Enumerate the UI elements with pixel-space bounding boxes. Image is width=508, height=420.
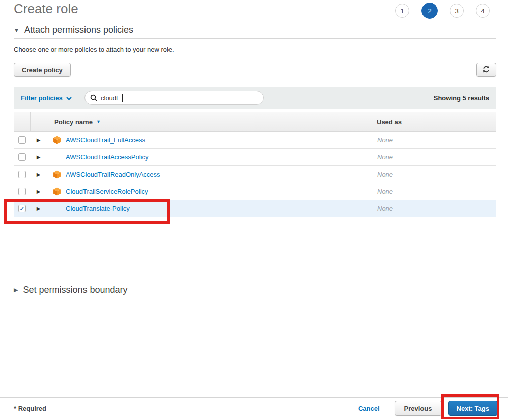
policy-table: Policy name ▼ Used as ▶ AWSCloudTrail_Fu… xyxy=(14,112,496,217)
expand-row-arrow[interactable]: ▶ xyxy=(30,137,47,143)
checkbox-cell xyxy=(14,188,30,195)
row-checkbox[interactable] xyxy=(18,153,26,161)
policy-name-header-label: Policy name xyxy=(54,118,93,126)
used-as-cell: None xyxy=(373,171,496,178)
section-description: Choose one or more policies to attach to… xyxy=(14,46,174,53)
wizard-step-4[interactable]: 4 xyxy=(476,4,490,18)
row-checkbox[interactable] xyxy=(18,188,26,195)
policy-name-link[interactable]: AWSCloudTrail_FullAccess xyxy=(66,136,145,144)
table-row[interactable]: ▶ AWSCloudTrail_FullAccess None xyxy=(14,132,496,149)
expand-row-arrow[interactable]: ▶ xyxy=(30,206,47,211)
wizard-step-3[interactable]: 3 xyxy=(450,4,464,18)
policy-name-link[interactable]: AWSCloudTrailReadOnlyAccess xyxy=(66,171,160,178)
policy-name-cell: AWSCloudTrailAccessPolicy xyxy=(47,153,373,161)
search-box xyxy=(84,91,264,105)
next-tags-button[interactable]: Next: Tags xyxy=(448,401,498,416)
results-count: Showing 5 results xyxy=(434,94,489,102)
used-as-cell: None xyxy=(373,205,496,212)
used-as-header-label: Used as xyxy=(377,118,402,126)
section-title: Attach permissions policies xyxy=(24,25,133,35)
cancel-link[interactable]: Cancel xyxy=(358,405,380,412)
wizard-step-2[interactable]: 2 xyxy=(421,3,438,19)
checkmark-icon: ✓ xyxy=(19,206,24,212)
header-expander-column xyxy=(31,112,47,131)
required-note: * Required xyxy=(14,405,46,412)
wizard-steps: 1234 xyxy=(395,3,490,19)
used-as-cell: None xyxy=(373,188,496,195)
table-row[interactable]: ▶ AWSCloudTrailAccessPolicy None xyxy=(14,149,496,166)
policy-name-link[interactable]: CloudTrailServiceRolePolicy xyxy=(66,188,148,195)
section-attach-permissions[interactable]: ▼ Attach permissions policies xyxy=(14,25,133,35)
filter-bar: Filter policies Showing 5 results xyxy=(14,87,496,109)
expand-row-arrow[interactable]: ▶ xyxy=(30,189,47,194)
header-checkbox-column xyxy=(14,112,31,131)
policy-name-cell: AWSCloudTrailReadOnlyAccess xyxy=(47,170,373,179)
table-row[interactable]: ✓ ▶ CloudTranslate-Policy None xyxy=(14,200,496,217)
create-policy-button[interactable]: Create policy xyxy=(14,63,71,77)
checkbox-cell xyxy=(14,136,30,144)
sort-descending-icon: ▼ xyxy=(96,119,101,124)
column-policy-name[interactable]: Policy name ▼ xyxy=(47,112,372,131)
aws-managed-policy-icon xyxy=(53,170,61,179)
table-row[interactable]: ▶ AWSCloudTrailReadOnlyAccess None xyxy=(14,166,496,183)
page-title: Create role xyxy=(14,1,78,17)
wizard-step-1[interactable]: 1 xyxy=(395,4,409,18)
checkbox-cell: ✓ xyxy=(14,205,30,212)
filter-policies-dropdown[interactable]: Filter policies xyxy=(21,94,72,102)
checkbox-cell xyxy=(14,171,30,178)
divider xyxy=(14,298,496,298)
policy-name-cell: AWSCloudTrail_FullAccess xyxy=(47,136,373,144)
policy-name-cell: CloudTranslate-Policy xyxy=(47,204,373,213)
previous-button[interactable]: Previous xyxy=(395,401,442,416)
chevron-down-icon xyxy=(66,94,72,102)
table-row[interactable]: ▶ CloudTrailServiceRolePolicy None xyxy=(14,183,496,200)
used-as-cell: None xyxy=(373,136,496,144)
row-checkbox[interactable] xyxy=(18,136,26,144)
checkbox-cell xyxy=(14,153,30,161)
policy-name-cell: CloudTrailServiceRolePolicy xyxy=(47,187,373,196)
policy-name-link[interactable]: AWSCloudTrailAccessPolicy xyxy=(66,153,148,161)
refresh-button[interactable] xyxy=(476,63,496,77)
policy-name-link[interactable]: CloudTranslate-Policy xyxy=(66,205,130,212)
refresh-icon xyxy=(482,65,490,75)
filter-policies-label: Filter policies xyxy=(21,94,63,102)
divider xyxy=(14,38,496,39)
row-checkbox[interactable] xyxy=(18,171,26,178)
expand-row-arrow[interactable]: ▶ xyxy=(30,154,47,160)
aws-managed-policy-icon xyxy=(53,187,61,196)
table-body: ▶ AWSCloudTrail_FullAccess None ▶ xyxy=(14,132,496,217)
column-used-as: Used as xyxy=(372,112,496,131)
expand-row-arrow[interactable]: ▶ xyxy=(30,172,47,177)
section-title: Set permissions boundary xyxy=(23,285,127,295)
used-as-cell: None xyxy=(373,153,496,161)
search-input[interactable] xyxy=(101,94,258,102)
triangle-down-icon: ▼ xyxy=(14,27,19,33)
wizard-footer: * Required Cancel Previous Next: Tags xyxy=(0,397,508,419)
row-checkbox[interactable]: ✓ xyxy=(18,205,26,212)
section-permissions-boundary[interactable]: ▶ Set permissions boundary xyxy=(14,285,128,295)
search-icon xyxy=(90,94,98,102)
table-header: Policy name ▼ Used as xyxy=(14,112,496,132)
aws-managed-policy-icon xyxy=(53,136,61,144)
triangle-right-icon: ▶ xyxy=(14,287,18,293)
text-caret xyxy=(122,94,123,102)
